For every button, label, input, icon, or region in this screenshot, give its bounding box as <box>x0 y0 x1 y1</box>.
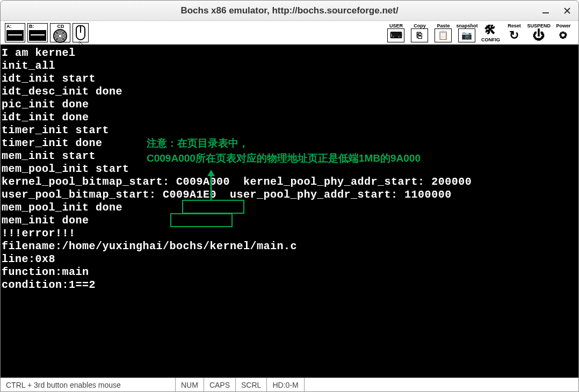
status-hd: HD:0-M <box>267 378 304 391</box>
term-line: timer_init start <box>1 124 578 137</box>
power-button[interactable]: Power ⭘ <box>553 23 574 42</box>
drive-cd-button[interactable]: CD <box>50 23 70 42</box>
term-line: I am kernel <box>1 47 578 60</box>
close-button[interactable] <box>561 5 573 17</box>
mouse-capture-button[interactable] <box>73 23 89 42</box>
snapshot-button[interactable]: snapshot 📷 <box>456 23 477 42</box>
annotation-text: 注意：在页目录表中， C009A000所在页表对应的物理地址页正是低端1MB的9… <box>147 136 421 166</box>
tools-icon: 🛠 <box>482 23 499 37</box>
minimize-button[interactable] <box>540 5 552 17</box>
drive-b-button[interactable]: B: <box>27 23 48 42</box>
drive-a-button[interactable]: A: <box>5 23 25 42</box>
term-line: user_pool_bitmap_start: C009A1E0 user_po… <box>1 188 578 201</box>
window-controls <box>540 5 573 17</box>
term-line: init_all <box>1 60 578 72</box>
toolbar-right: USER ⌨ Copy ⎘ Paste 📋 snapshot 📷 🛠 CONFI… <box>385 23 574 42</box>
term-line: line:0x8 <box>1 253 578 266</box>
status-mouse-hint: CTRL + 3rd button enables mouse <box>1 378 176 391</box>
paste-icon: 📋 <box>435 28 452 42</box>
reset-button[interactable]: Reset ↻ <box>503 23 525 42</box>
svg-marker-4 <box>207 170 215 176</box>
suspend-button[interactable]: SUSPEND ⏻ <box>527 23 551 42</box>
term-line: idt_init start <box>1 72 578 85</box>
term-line: !!!error!!! <box>1 227 578 240</box>
term-line: mem_init done <box>1 214 578 227</box>
keyboard-icon: ⌨ <box>387 28 404 42</box>
status-num: NUM <box>176 378 204 391</box>
term-line: function:main <box>1 266 578 279</box>
suspend-icon: ⏻ <box>530 28 547 42</box>
copy-icon: ⎘ <box>411 28 428 42</box>
highlight-box-2 <box>170 213 233 227</box>
highlight-box-1 <box>182 200 244 214</box>
status-caps: CAPS <box>204 378 236 391</box>
config-button[interactable]: 🛠 CONFIG <box>480 23 501 42</box>
window-title: Bochs x86 emulator, http://bochs.sourcef… <box>180 5 398 16</box>
toolbar: A: B: CD USER ⌨ Copy ⎘ <box>1 21 578 45</box>
statusbar: CTRL + 3rd button enables mouse NUM CAPS… <box>1 378 578 391</box>
status-scrl: SCRL <box>236 378 267 391</box>
term-line: kernel_pool_bitmap_start: C009A000 kerne… <box>1 176 578 188</box>
titlebar[interactable]: Bochs x86 emulator, http://bochs.sourcef… <box>1 1 578 21</box>
power-icon: ⭘ <box>555 28 572 42</box>
term-line: idt_init done <box>1 111 578 124</box>
paste-button[interactable]: Paste 📋 <box>432 23 454 42</box>
terminal-output: I am kernel init_all idt_init start idt_… <box>1 45 578 378</box>
reset-icon: ↻ <box>505 28 523 42</box>
emulator-window: Bochs x86 emulator, http://bochs.sourcef… <box>0 0 579 392</box>
term-line: idt_desc_init done <box>1 85 578 98</box>
copy-button[interactable]: Copy ⎘ <box>409 23 430 42</box>
term-line: filename:/home/yuxinghai/bochs/kernel/ma… <box>1 240 578 253</box>
toolbar-left: A: B: CD <box>5 23 89 42</box>
arrow-icon <box>206 169 216 205</box>
term-line: condition:1==2 <box>1 279 578 292</box>
term-line: pic_init done <box>1 98 578 111</box>
term-line: mem_pool_init done <box>1 201 578 214</box>
user-button[interactable]: USER ⌨ <box>385 23 407 42</box>
camera-icon: 📷 <box>458 28 475 42</box>
